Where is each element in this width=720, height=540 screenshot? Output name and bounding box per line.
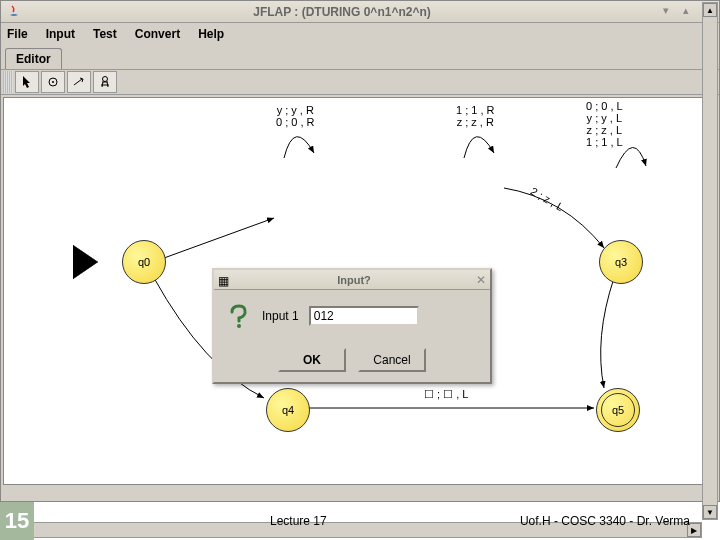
dialog-close-icon[interactable]: ✕ xyxy=(476,273,486,287)
transition-label-toq3: 2 ; z , L xyxy=(528,185,565,214)
footer-course: Uof.H - COSC 3340 - Dr. Verma xyxy=(520,514,690,528)
dialog-body: Input 1 xyxy=(214,290,490,342)
menu-test[interactable]: Test xyxy=(93,27,117,41)
toolbar-grip xyxy=(3,71,13,93)
transition-label-loop2: 1 ; 1 , R z ; z , R xyxy=(456,104,495,128)
cancel-button[interactable]: Cancel xyxy=(358,348,426,372)
menubar: File Input Test Convert Help xyxy=(1,23,719,45)
ok-button[interactable]: OK xyxy=(278,348,346,372)
transition-label-q3: 0 ; 0 , L y ; y , L z ; z , L 1 ; 1 , L xyxy=(586,100,623,148)
pointer-tool-button[interactable] xyxy=(15,71,39,93)
state-q4[interactable]: q4 xyxy=(266,388,310,432)
scroll-up-icon[interactable]: ▲ xyxy=(703,3,717,17)
vertical-scrollbar[interactable]: ▲ ▼ xyxy=(702,2,718,520)
start-arrow-icon xyxy=(74,246,98,278)
footer-lecture: Lecture 17 xyxy=(270,514,327,528)
automaton-canvas[interactable]: q0 q3 q4 q5 y ; y , R 0 ; 0 , R 1 ; 1 , … xyxy=(3,97,717,485)
menu-convert[interactable]: Convert xyxy=(135,27,180,41)
svg-point-1 xyxy=(52,81,54,83)
maximize-icon[interactable]: ▴ xyxy=(677,4,695,20)
state-q5[interactable]: q5 xyxy=(596,388,640,432)
tab-row: Editor xyxy=(1,45,719,69)
dialog-title: Input? xyxy=(232,274,476,286)
question-icon xyxy=(224,302,252,330)
menu-input[interactable]: Input xyxy=(46,27,75,41)
transition-label-q4q5: ☐ ; ☐ , L xyxy=(424,388,468,400)
svg-point-3 xyxy=(237,324,241,328)
java-icon xyxy=(5,3,23,21)
state-tool-button[interactable] xyxy=(41,71,65,93)
transition-tool-button[interactable] xyxy=(67,71,91,93)
minimize-icon[interactable]: ▾ xyxy=(657,4,675,20)
tab-editor[interactable]: Editor xyxy=(5,48,62,69)
input-label: Input 1 xyxy=(262,309,299,323)
state-q0[interactable]: q0 xyxy=(122,240,166,284)
toolbar xyxy=(1,69,719,95)
svg-point-2 xyxy=(103,77,108,82)
state-q3[interactable]: q3 xyxy=(599,240,643,284)
slide-footer: 15 Lecture 17 Uof.H - COSC 3340 - Dr. Ve… xyxy=(0,502,720,540)
titlebar: JFLAP : (DTURING 0^n1^n2^n) ▾ ▴ ✕ xyxy=(1,1,719,23)
delete-tool-button[interactable] xyxy=(93,71,117,93)
window-title: JFLAP : (DTURING 0^n1^n2^n) xyxy=(27,5,657,19)
dialog-buttons: OK Cancel xyxy=(214,342,490,382)
slide-number: 15 xyxy=(0,502,34,540)
transition-label-loop1: y ; y , R 0 ; 0 , R xyxy=(276,104,315,128)
menu-help[interactable]: Help xyxy=(198,27,224,41)
input-dialog: ▦ Input? ✕ Input 1 OK Cancel xyxy=(212,268,492,384)
dialog-titlebar: ▦ Input? ✕ xyxy=(214,270,490,290)
app-window: JFLAP : (DTURING 0^n1^n2^n) ▾ ▴ ✕ File I… xyxy=(0,0,720,502)
dialog-grip-icon: ▦ xyxy=(218,274,232,286)
input-field[interactable] xyxy=(309,306,419,326)
menu-file[interactable]: File xyxy=(7,27,28,41)
